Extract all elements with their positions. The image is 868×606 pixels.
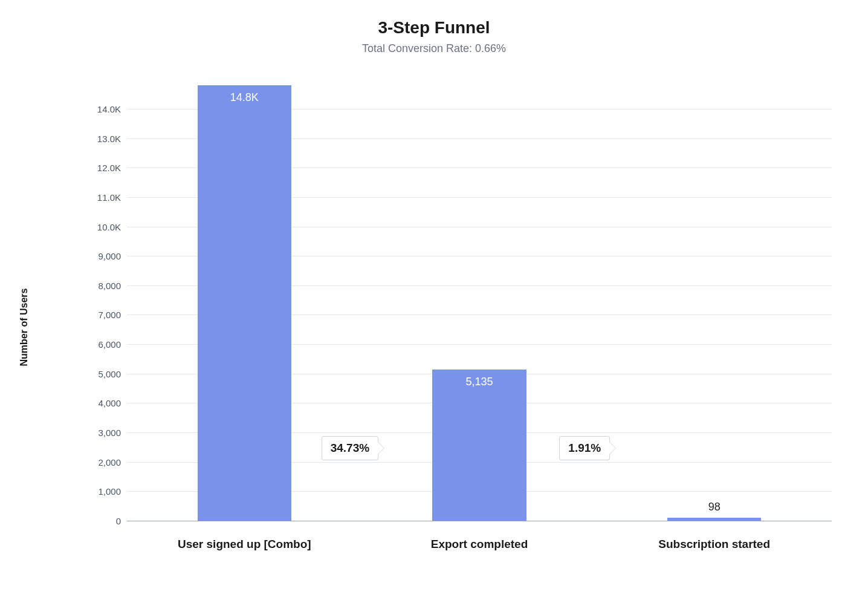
bar-column: 98 — [597, 85, 832, 521]
y-tick-label: 10.0K — [85, 221, 121, 232]
y-tick-label: 9,000 — [85, 251, 121, 261]
plot-area: 01,0002,0003,0004,0005,0006,0007,0008,00… — [85, 85, 832, 521]
bar-value-label: 14.8K — [230, 91, 259, 104]
x-tick-label: Export completed — [362, 538, 597, 551]
y-tick-label: 14.0K — [85, 103, 121, 114]
x-tick-label: Subscription started — [597, 538, 832, 551]
chart-area: Number of Users 01,0002,0003,0004,0005,0… — [36, 85, 832, 569]
y-axis-label: Number of Users — [19, 288, 30, 367]
x-axis-labels: User signed up [Combo]Export completedSu… — [127, 538, 832, 551]
y-tick-label: 5,000 — [85, 368, 121, 379]
y-tick-label: 2,000 — [85, 457, 121, 467]
y-tick-label: 6,000 — [85, 339, 121, 350]
y-tick-label: 13.0K — [85, 133, 121, 143]
y-tick-label: 3,000 — [85, 428, 121, 438]
y-tick-label: 8,000 — [85, 280, 121, 290]
gridline — [127, 521, 832, 521]
bar[interactable]: 14.8K — [198, 85, 291, 521]
bars-container: 14.8K5,13598 — [127, 85, 832, 521]
conversion-rate-tag: 1.91% — [559, 436, 610, 460]
conversion-rate-tag: 34.73% — [322, 436, 378, 460]
chart-subtitle: Total Conversion Rate: 0.66% — [36, 42, 832, 55]
bar-value-label: 98 — [708, 501, 721, 513]
chart-title: 3-Step Funnel — [36, 18, 832, 37]
x-tick-label: User signed up [Combo] — [127, 538, 362, 551]
y-tick-label: 7,000 — [85, 310, 121, 320]
y-tick-label: 11.0K — [85, 192, 121, 202]
y-tick-label: 0 — [85, 516, 121, 526]
y-tick-label: 12.0K — [85, 163, 121, 173]
y-tick-label: 1,000 — [85, 486, 121, 497]
bar[interactable]: 5,135 — [432, 370, 526, 521]
y-tick-label: 4,000 — [85, 398, 121, 408]
bar-value-label: 5,135 — [465, 376, 493, 388]
bar[interactable]: 98 — [667, 518, 761, 521]
chart-header: 3-Step Funnel Total Conversion Rate: 0.6… — [36, 18, 832, 55]
